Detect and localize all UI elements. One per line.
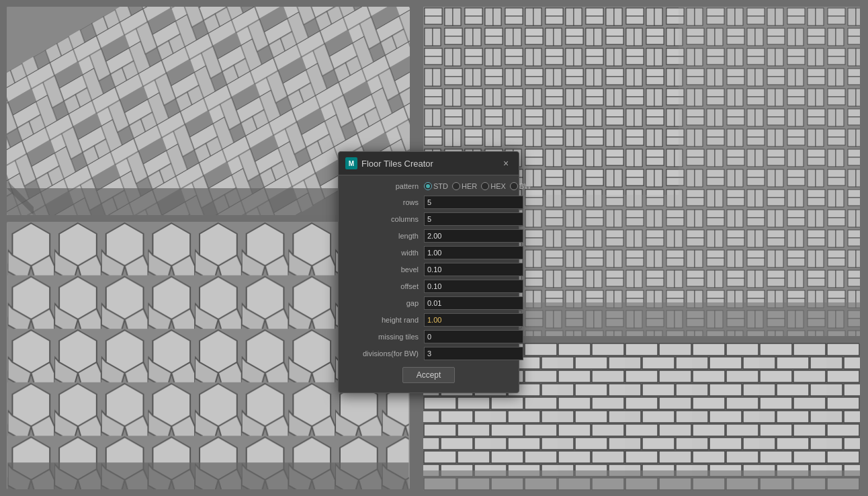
- columns-input[interactable]: [424, 212, 523, 226]
- columns-row: columns: [347, 212, 511, 226]
- bevel-row: bevel: [347, 263, 511, 276]
- radio-std-label: STD: [433, 182, 448, 190]
- radio-bw-label: BW: [519, 182, 531, 190]
- offset-input[interactable]: [424, 280, 523, 293]
- radio-std-dot: [424, 182, 432, 190]
- gap-input[interactable]: [424, 296, 523, 310]
- dialog-header: M Floor Tiles Creator ×: [339, 152, 519, 175]
- pattern-option-her[interactable]: HER: [452, 182, 477, 190]
- dialog: M Floor Tiles Creator × pattern STD HER: [338, 151, 519, 393]
- dialog-body: pattern STD HER HEX BW: [339, 175, 519, 392]
- length-row: length: [347, 229, 511, 243]
- columns-label: columns: [347, 215, 424, 223]
- width-row: width: [347, 246, 511, 259]
- bevel-input[interactable]: [424, 263, 523, 276]
- svg-rect-29: [8, 462, 409, 489]
- divisions-label: divisions(for BW): [347, 349, 424, 358]
- missing-tiles-label: missing tiles: [347, 333, 424, 341]
- missing-tiles-row: missing tiles: [347, 330, 511, 343]
- width-input[interactable]: [424, 246, 523, 259]
- radio-hex-dot: [481, 182, 489, 190]
- close-button[interactable]: ×: [500, 157, 512, 169]
- radio-her-label: HER: [462, 182, 477, 190]
- pattern-option-bw[interactable]: BW: [510, 182, 531, 190]
- bevel-label: bevel: [347, 265, 424, 274]
- height-rand-input[interactable]: [424, 313, 523, 327]
- svg-rect-37: [423, 470, 860, 491]
- pattern-option-std[interactable]: STD: [424, 182, 448, 190]
- pattern-row: pattern STD HER HEX BW: [347, 182, 511, 190]
- maya-logo-icon: M: [345, 157, 357, 169]
- width-label: width: [347, 249, 424, 257]
- dialog-title-area: M Floor Tiles Creator: [345, 157, 433, 169]
- offset-label: offset: [347, 282, 424, 290]
- gap-label: gap: [347, 299, 424, 307]
- gap-row: gap: [347, 296, 511, 310]
- accept-button[interactable]: Accept: [402, 367, 455, 383]
- pattern-label: pattern: [347, 182, 424, 190]
- radio-hex-label: HEX: [490, 182, 506, 190]
- dialog-title: Floor Tiles Creator: [361, 159, 433, 169]
- radio-her-dot: [452, 182, 460, 190]
- height-rand-row: height rand: [347, 313, 511, 327]
- offset-row: offset: [347, 280, 511, 293]
- pattern-option-hex[interactable]: HEX: [481, 182, 506, 190]
- missing-tiles-input[interactable]: [424, 330, 523, 343]
- pattern-options: STD HER HEX BW: [424, 182, 531, 190]
- rows-label: rows: [347, 198, 424, 206]
- divisions-row: divisions(for BW): [347, 347, 511, 360]
- length-label: length: [347, 232, 424, 240]
- radio-bw-dot: [510, 182, 518, 190]
- rows-row: rows: [347, 196, 511, 209]
- length-input[interactable]: [424, 229, 523, 243]
- height-rand-label: height rand: [347, 316, 424, 324]
- rows-input[interactable]: [424, 196, 523, 209]
- divisions-input[interactable]: [424, 347, 523, 360]
